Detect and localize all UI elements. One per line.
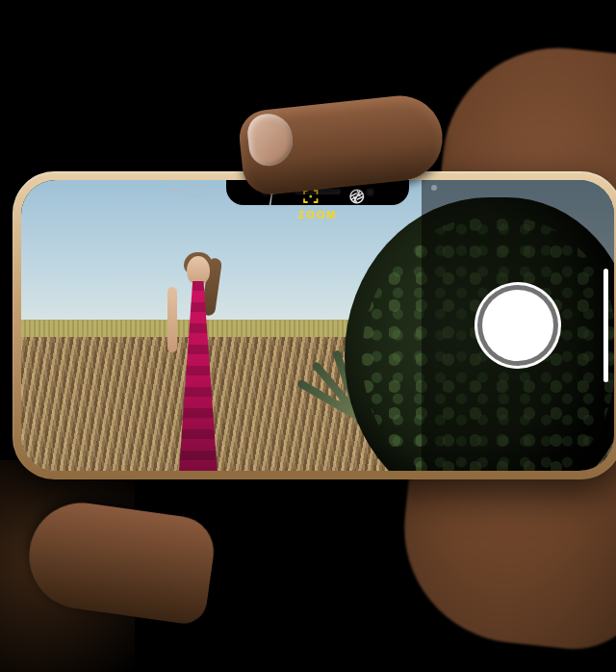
status-right — [431, 185, 437, 191]
status-dot-icon — [431, 185, 437, 191]
scene-root: f ZOOM — [0, 0, 616, 672]
subject-person — [164, 256, 233, 471]
status-left — [173, 185, 208, 196]
phone: f ZOOM — [13, 171, 616, 479]
lens-button[interactable] — [348, 188, 366, 205]
subject-arm — [167, 287, 177, 352]
camera-screen: f ZOOM — [21, 180, 614, 471]
svg-point-0 — [310, 195, 313, 198]
status-dot-icon — [173, 188, 179, 194]
zoom-label[interactable]: ZOOM — [298, 209, 338, 220]
home-indicator[interactable] — [603, 269, 608, 382]
aperture-icon — [348, 188, 366, 205]
shutter-button[interactable] — [482, 290, 553, 361]
battery-icon — [187, 185, 208, 196]
subject-head — [187, 256, 210, 285]
controls-column — [422, 180, 614, 471]
camera-dot-icon — [366, 188, 374, 196]
